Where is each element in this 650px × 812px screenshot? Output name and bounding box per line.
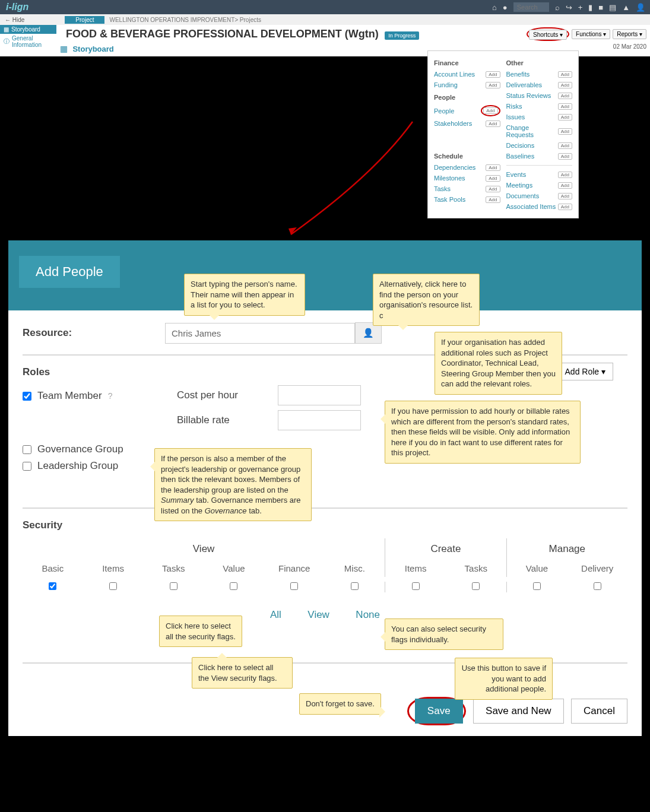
chk-view-misc[interactable] bbox=[351, 582, 359, 590]
link-account-lines[interactable]: Account Lines bbox=[434, 71, 475, 78]
callout-select-all: Click here to select all the security fl… bbox=[159, 616, 242, 647]
link-benefits[interactable]: Benefits bbox=[506, 71, 530, 78]
top-navbar: i-lign bbox=[0, 0, 650, 14]
add-milestones[interactable]: Add bbox=[486, 175, 500, 182]
chat-icon[interactable] bbox=[598, 3, 603, 12]
chk-view-finance[interactable] bbox=[290, 582, 298, 590]
tab-project[interactable]: Project bbox=[65, 16, 104, 24]
security-select-view[interactable]: View bbox=[307, 609, 329, 620]
functions-button[interactable]: Functions ▾ bbox=[572, 29, 610, 39]
search-icon[interactable] bbox=[555, 3, 560, 12]
cost-per-hour-input[interactable] bbox=[278, 385, 361, 405]
save-and-new-button[interactable]: Save and New bbox=[473, 699, 564, 724]
share-icon[interactable] bbox=[566, 3, 572, 12]
add-events[interactable]: Add bbox=[558, 172, 572, 178]
add-risks[interactable]: Add bbox=[558, 103, 572, 110]
chk-view-basic[interactable] bbox=[49, 582, 56, 590]
link-decisions[interactable]: Decisions bbox=[506, 142, 535, 149]
add-role-button[interactable]: Add Role ▾ bbox=[557, 363, 613, 380]
user-icon[interactable] bbox=[636, 3, 645, 12]
home-icon[interactable] bbox=[492, 3, 497, 12]
add-account-lines[interactable]: Add bbox=[486, 71, 500, 78]
shortcuts-finance-heading: Finance bbox=[434, 59, 500, 66]
add-task-pools[interactable]: Add bbox=[486, 196, 500, 203]
plus-icon[interactable] bbox=[578, 3, 583, 12]
governance-group-checkbox[interactable] bbox=[23, 445, 31, 454]
link-risks[interactable]: Risks bbox=[506, 103, 522, 110]
shortcuts-other-heading: Other bbox=[506, 59, 573, 66]
shortcuts-schedule-heading: Schedule bbox=[434, 153, 500, 160]
chk-manage-value[interactable] bbox=[533, 582, 541, 590]
add-status-reviews[interactable]: Add bbox=[558, 93, 572, 99]
link-events[interactable]: Events bbox=[506, 171, 527, 178]
form-title: Add People bbox=[36, 264, 103, 280]
security-select-all[interactable]: All bbox=[270, 609, 281, 620]
add-documents[interactable]: Add bbox=[558, 193, 572, 199]
link-task-pools[interactable]: Task Pools bbox=[434, 196, 465, 203]
add-meetings[interactable]: Add bbox=[558, 182, 572, 189]
nav-general-info[interactable]: ⓘ General Information bbox=[0, 34, 56, 49]
reports-button[interactable]: Reports ▾ bbox=[613, 29, 646, 39]
chk-view-tasks[interactable] bbox=[170, 582, 177, 590]
col-create-tasks: Tasks bbox=[446, 560, 506, 577]
hide-button[interactable]: ← Hide bbox=[0, 17, 29, 23]
add-funding[interactable]: Add bbox=[486, 82, 500, 88]
add-issues[interactable]: Add bbox=[558, 114, 572, 120]
nav-storyboard-label: Storyboard bbox=[11, 26, 40, 33]
security-group-create: Create bbox=[385, 538, 506, 560]
link-dependencies[interactable]: Dependencies bbox=[434, 164, 475, 171]
link-issues[interactable]: Issues bbox=[506, 113, 525, 120]
team-member-checkbox[interactable] bbox=[23, 392, 31, 401]
link-associated-items[interactable]: Associated Items bbox=[506, 203, 556, 210]
add-dependencies[interactable]: Add bbox=[486, 164, 500, 171]
globe-icon[interactable] bbox=[503, 3, 508, 12]
add-benefits[interactable]: Add bbox=[558, 71, 572, 78]
cost-per-hour-label: Cost per hour bbox=[177, 389, 278, 401]
link-status-reviews[interactable]: Status Reviews bbox=[506, 92, 551, 99]
security-group-manage: Manage bbox=[506, 538, 627, 560]
callout-save: Don't forget to save. bbox=[299, 693, 381, 715]
add-change-requests[interactable]: Add bbox=[558, 128, 572, 135]
add-associated-items[interactable]: Add bbox=[558, 204, 572, 210]
chk-manage-delivery[interactable] bbox=[594, 582, 601, 590]
notifications-icon[interactable] bbox=[622, 3, 630, 12]
bookmark-icon[interactable] bbox=[588, 3, 592, 12]
add-deliverables[interactable]: Add bbox=[558, 82, 572, 88]
shortcuts-button[interactable]: Shortcuts ▾ bbox=[529, 30, 567, 40]
add-tasks[interactable]: Add bbox=[486, 186, 500, 192]
resource-input[interactable] bbox=[165, 323, 355, 344]
nav-storyboard[interactable]: ▦ Storyboard bbox=[0, 25, 56, 34]
chk-view-value[interactable] bbox=[230, 582, 237, 590]
chk-create-items[interactable] bbox=[412, 582, 420, 590]
add-baselines[interactable]: Add bbox=[558, 153, 572, 160]
link-documents[interactable]: Documents bbox=[506, 192, 540, 199]
leadership-group-checkbox[interactable] bbox=[23, 462, 31, 471]
help-icon[interactable]: ? bbox=[108, 391, 113, 401]
add-decisions[interactable]: Add bbox=[558, 142, 572, 149]
link-meetings[interactable]: Meetings bbox=[506, 182, 533, 189]
callout-individual: You can also select security flags indiv… bbox=[385, 618, 503, 650]
nav-geninfo-label: General Information bbox=[12, 35, 53, 48]
link-stakeholders[interactable]: Stakeholders bbox=[434, 120, 472, 127]
link-baselines[interactable]: Baselines bbox=[506, 153, 535, 160]
security-select-none[interactable]: None bbox=[356, 609, 380, 620]
chk-create-tasks[interactable] bbox=[472, 582, 480, 590]
chk-view-items[interactable] bbox=[109, 582, 117, 590]
search-input[interactable] bbox=[513, 2, 549, 12]
link-change-requests[interactable]: Change Requests bbox=[506, 124, 558, 138]
link-funding[interactable]: Funding bbox=[434, 81, 458, 88]
governance-group-label: Governance Group bbox=[37, 443, 123, 455]
billable-rate-input[interactable] bbox=[278, 410, 361, 430]
col-value: Value bbox=[204, 560, 264, 577]
add-people[interactable]: Add bbox=[483, 107, 497, 114]
link-tasks[interactable]: Tasks bbox=[434, 185, 451, 192]
link-people[interactable]: People bbox=[434, 107, 454, 115]
link-milestones[interactable]: Milestones bbox=[434, 175, 465, 182]
add-stakeholders[interactable]: Add bbox=[486, 120, 500, 127]
cancel-button[interactable]: Cancel bbox=[571, 699, 627, 724]
save-button[interactable]: Save bbox=[415, 699, 463, 724]
link-deliverables[interactable]: Deliverables bbox=[506, 81, 543, 88]
form-header: Add People bbox=[8, 240, 642, 310]
document-icon[interactable] bbox=[609, 3, 616, 12]
sidebar-nav: ▦ Storyboard ⓘ General Information bbox=[0, 25, 56, 56]
